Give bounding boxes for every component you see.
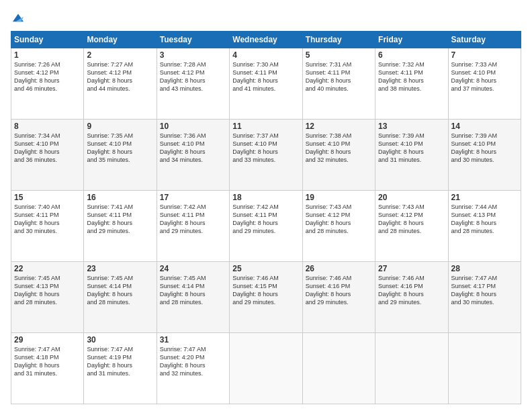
page: SundayMondayTuesdayWednesdayThursdayFrid… xyxy=(0,0,532,411)
day-number: 6 xyxy=(378,50,445,60)
day-info: Sunrise: 7:46 AM Sunset: 4:16 PM Dayligh… xyxy=(378,274,445,307)
day-info: Sunrise: 7:46 AM Sunset: 4:15 PM Dayligh… xyxy=(232,274,299,307)
day-number: 20 xyxy=(378,193,445,202)
day-info: Sunrise: 7:47 AM Sunset: 4:18 PM Dayligh… xyxy=(14,345,81,378)
calendar-cell: 2Sunrise: 7:27 AM Sunset: 4:12 PM Daylig… xyxy=(84,48,157,120)
calendar-cell: 18Sunrise: 7:42 AM Sunset: 4:11 PM Dayli… xyxy=(230,191,302,262)
calendar-week-row: 29Sunrise: 7:47 AM Sunset: 4:18 PM Dayli… xyxy=(11,333,521,404)
calendar-week-row: 1Sunrise: 7:26 AM Sunset: 4:12 PM Daylig… xyxy=(11,48,521,120)
day-number: 13 xyxy=(378,122,445,131)
day-info: Sunrise: 7:46 AM Sunset: 4:16 PM Dayligh… xyxy=(306,274,372,307)
day-number: 7 xyxy=(451,50,518,60)
day-number: 28 xyxy=(451,264,518,273)
calendar-cell: 16Sunrise: 7:41 AM Sunset: 4:11 PM Dayli… xyxy=(84,191,157,262)
calendar-cell: 13Sunrise: 7:39 AM Sunset: 4:10 PM Dayli… xyxy=(375,120,448,191)
calendar-cell: 6Sunrise: 7:32 AM Sunset: 4:11 PM Daylig… xyxy=(375,48,448,120)
weekday-header-tuesday: Tuesday xyxy=(157,32,229,48)
day-number: 14 xyxy=(451,122,518,131)
day-number: 16 xyxy=(87,193,153,202)
day-info: Sunrise: 7:39 AM Sunset: 4:10 PM Dayligh… xyxy=(451,132,518,165)
calendar-cell: 27Sunrise: 7:46 AM Sunset: 4:16 PM Dayli… xyxy=(375,262,448,333)
day-info: Sunrise: 7:33 AM Sunset: 4:10 PM Dayligh… xyxy=(451,60,518,93)
calendar-cell: 1Sunrise: 7:26 AM Sunset: 4:12 PM Daylig… xyxy=(11,48,84,120)
calendar-cell: 7Sunrise: 7:33 AM Sunset: 4:10 PM Daylig… xyxy=(448,48,521,120)
logo-icon xyxy=(11,11,26,26)
calendar-cell xyxy=(375,333,448,404)
day-number: 17 xyxy=(160,193,226,202)
calendar-header-row: SundayMondayTuesdayWednesdayThursdayFrid… xyxy=(11,32,521,48)
day-info: Sunrise: 7:34 AM Sunset: 4:10 PM Dayligh… xyxy=(14,132,81,165)
day-info: Sunrise: 7:32 AM Sunset: 4:11 PM Dayligh… xyxy=(378,60,445,93)
weekday-header-saturday: Saturday xyxy=(448,32,521,48)
calendar-cell: 15Sunrise: 7:40 AM Sunset: 4:11 PM Dayli… xyxy=(11,191,84,262)
day-info: Sunrise: 7:47 AM Sunset: 4:19 PM Dayligh… xyxy=(87,345,153,378)
calendar-cell: 25Sunrise: 7:46 AM Sunset: 4:15 PM Dayli… xyxy=(230,262,302,333)
day-number: 1 xyxy=(14,50,81,60)
calendar-cell: 3Sunrise: 7:28 AM Sunset: 4:12 PM Daylig… xyxy=(157,48,229,120)
day-number: 3 xyxy=(160,50,226,60)
day-info: Sunrise: 7:45 AM Sunset: 4:14 PM Dayligh… xyxy=(87,274,153,307)
day-number: 24 xyxy=(160,264,226,273)
calendar-cell: 24Sunrise: 7:45 AM Sunset: 4:14 PM Dayli… xyxy=(157,262,229,333)
calendar-cell: 26Sunrise: 7:46 AM Sunset: 4:16 PM Dayli… xyxy=(302,262,375,333)
calendar-cell: 9Sunrise: 7:35 AM Sunset: 4:10 PM Daylig… xyxy=(84,120,157,191)
day-info: Sunrise: 7:39 AM Sunset: 4:10 PM Dayligh… xyxy=(378,132,445,165)
calendar-cell: 10Sunrise: 7:36 AM Sunset: 4:10 PM Dayli… xyxy=(157,120,229,191)
day-number: 15 xyxy=(14,193,81,202)
day-number: 21 xyxy=(451,193,518,202)
day-info: Sunrise: 7:26 AM Sunset: 4:12 PM Dayligh… xyxy=(14,60,81,93)
weekday-header-sunday: Sunday xyxy=(11,32,84,48)
calendar-cell: 29Sunrise: 7:47 AM Sunset: 4:18 PM Dayli… xyxy=(11,333,84,404)
calendar-cell: 5Sunrise: 7:31 AM Sunset: 4:11 PM Daylig… xyxy=(302,48,375,120)
weekday-header-thursday: Thursday xyxy=(302,32,375,48)
day-number: 5 xyxy=(306,50,372,60)
day-number: 18 xyxy=(232,193,299,202)
weekday-header-friday: Friday xyxy=(375,32,448,48)
day-info: Sunrise: 7:43 AM Sunset: 4:12 PM Dayligh… xyxy=(306,203,372,236)
day-info: Sunrise: 7:28 AM Sunset: 4:12 PM Dayligh… xyxy=(160,60,226,93)
day-info: Sunrise: 7:41 AM Sunset: 4:11 PM Dayligh… xyxy=(87,203,153,236)
day-info: Sunrise: 7:42 AM Sunset: 4:11 PM Dayligh… xyxy=(232,203,299,236)
day-info: Sunrise: 7:45 AM Sunset: 4:13 PM Dayligh… xyxy=(14,274,81,307)
day-number: 22 xyxy=(14,264,81,273)
logo xyxy=(11,11,28,26)
header xyxy=(11,11,521,26)
day-number: 31 xyxy=(160,335,226,345)
day-info: Sunrise: 7:30 AM Sunset: 4:11 PM Dayligh… xyxy=(232,60,299,93)
calendar-cell: 30Sunrise: 7:47 AM Sunset: 4:19 PM Dayli… xyxy=(84,333,157,404)
calendar-cell: 4Sunrise: 7:30 AM Sunset: 4:11 PM Daylig… xyxy=(230,48,302,120)
day-info: Sunrise: 7:35 AM Sunset: 4:10 PM Dayligh… xyxy=(87,132,153,165)
calendar-cell: 11Sunrise: 7:37 AM Sunset: 4:10 PM Dayli… xyxy=(230,120,302,191)
day-info: Sunrise: 7:44 AM Sunset: 4:13 PM Dayligh… xyxy=(451,203,518,236)
calendar-cell: 20Sunrise: 7:43 AM Sunset: 4:12 PM Dayli… xyxy=(375,191,448,262)
weekday-header-monday: Monday xyxy=(84,32,157,48)
day-number: 25 xyxy=(232,264,299,273)
day-info: Sunrise: 7:45 AM Sunset: 4:14 PM Dayligh… xyxy=(160,274,226,307)
day-number: 10 xyxy=(160,122,226,131)
calendar-cell: 14Sunrise: 7:39 AM Sunset: 4:10 PM Dayli… xyxy=(448,120,521,191)
day-number: 11 xyxy=(232,122,299,131)
calendar-cell xyxy=(230,333,302,404)
day-number: 23 xyxy=(87,264,153,273)
day-info: Sunrise: 7:40 AM Sunset: 4:11 PM Dayligh… xyxy=(14,203,81,236)
day-info: Sunrise: 7:42 AM Sunset: 4:11 PM Dayligh… xyxy=(160,203,226,236)
calendar-cell: 19Sunrise: 7:43 AM Sunset: 4:12 PM Dayli… xyxy=(302,191,375,262)
calendar-week-row: 22Sunrise: 7:45 AM Sunset: 4:13 PM Dayli… xyxy=(11,262,521,333)
day-number: 9 xyxy=(87,122,153,131)
calendar-cell: 21Sunrise: 7:44 AM Sunset: 4:13 PM Dayli… xyxy=(448,191,521,262)
day-info: Sunrise: 7:43 AM Sunset: 4:12 PM Dayligh… xyxy=(378,203,445,236)
day-info: Sunrise: 7:38 AM Sunset: 4:10 PM Dayligh… xyxy=(306,132,372,165)
day-number: 30 xyxy=(87,335,153,345)
day-info: Sunrise: 7:47 AM Sunset: 4:17 PM Dayligh… xyxy=(451,274,518,307)
day-number: 26 xyxy=(306,264,372,273)
calendar-table: SundayMondayTuesdayWednesdayThursdayFrid… xyxy=(11,31,521,404)
weekday-header-wednesday: Wednesday xyxy=(230,32,302,48)
day-info: Sunrise: 7:27 AM Sunset: 4:12 PM Dayligh… xyxy=(87,60,153,93)
day-info: Sunrise: 7:37 AM Sunset: 4:10 PM Dayligh… xyxy=(232,132,299,165)
calendar-cell xyxy=(448,333,521,404)
calendar-week-row: 8Sunrise: 7:34 AM Sunset: 4:10 PM Daylig… xyxy=(11,120,521,191)
calendar-cell: 8Sunrise: 7:34 AM Sunset: 4:10 PM Daylig… xyxy=(11,120,84,191)
day-info: Sunrise: 7:36 AM Sunset: 4:10 PM Dayligh… xyxy=(160,132,226,165)
day-info: Sunrise: 7:47 AM Sunset: 4:20 PM Dayligh… xyxy=(160,345,226,378)
day-number: 2 xyxy=(87,50,153,60)
